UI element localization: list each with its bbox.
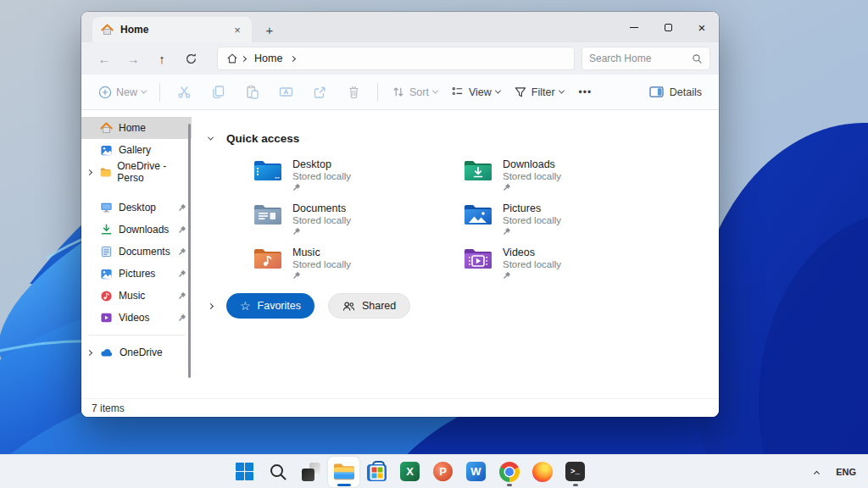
search-icon [692, 53, 703, 64]
sidebar-item-label: Gallery [119, 144, 151, 156]
word-button[interactable]: W [460, 457, 492, 487]
quick-access-item-documents[interactable]: Documents Stored locally [253, 202, 464, 237]
home-icon [100, 122, 113, 134]
section-pills: ☆ Favorites Shared [205, 293, 719, 319]
firefox-button[interactable] [526, 457, 558, 487]
copy-button[interactable] [201, 79, 235, 106]
view-icon [451, 86, 465, 98]
sidebar-scrollbar[interactable] [188, 124, 191, 378]
details-button[interactable]: Details [643, 80, 709, 103]
sidebar-item-onedrive[interactable]: OneDrive [81, 341, 192, 363]
onedrive-cloud-icon [100, 347, 114, 358]
quick-access-item-downloads[interactable]: Downloads Stored locally [464, 158, 674, 193]
taskbar-search-button[interactable] [262, 457, 293, 487]
start-button[interactable] [229, 457, 260, 487]
paste-button[interactable] [235, 79, 269, 106]
quick-access-item-videos[interactable]: Videos Stored locally [464, 247, 674, 281]
search-placeholder: Search Home [589, 53, 692, 64]
sidebar-item-pictures[interactable]: Pictures [81, 263, 192, 285]
sidebar-item-label: Documents [119, 246, 170, 258]
desktop: Home × + × ← → ↑ [0, 0, 868, 488]
breadcrumb-home[interactable]: Home [249, 53, 287, 64]
language-indicator[interactable]: ENG [836, 467, 856, 477]
tab-home[interactable]: Home × [92, 17, 252, 42]
sidebar-item-music[interactable]: Music [81, 285, 192, 307]
sort-label: Sort [409, 86, 429, 98]
microsoft-store-icon [367, 464, 387, 481]
sidebar-item-downloads[interactable]: Downloads [81, 219, 192, 241]
expand-chevron-icon[interactable] [86, 349, 92, 355]
close-button[interactable]: × [685, 12, 719, 42]
show-hidden-icons-chevron[interactable] [814, 471, 820, 477]
share-icon [313, 85, 327, 99]
file-explorer-button[interactable] [328, 457, 359, 487]
chrome-button[interactable] [493, 457, 525, 487]
back-button[interactable]: ← [90, 46, 119, 71]
up-button[interactable]: ↑ [147, 46, 176, 71]
tab-title: Home [120, 24, 148, 36]
expand-chevron-icon[interactable] [208, 302, 214, 308]
tab-bar: Home × + × [81, 12, 719, 42]
item-name: Desktop [292, 158, 351, 170]
paste-icon [245, 85, 259, 99]
cut-icon [177, 85, 192, 99]
active-indicator [337, 484, 351, 486]
desktop-folder-icon [253, 158, 282, 182]
cut-button[interactable] [167, 79, 201, 106]
sidebar-item-onedrive-personal[interactable]: OneDrive - Perso [81, 161, 192, 183]
quick-access-item-music[interactable]: Music Stored locally [253, 247, 464, 281]
quick-access-header[interactable]: Quick access [205, 132, 719, 145]
shared-pill[interactable]: Shared [328, 293, 410, 319]
terminal-button[interactable]: >_ [559, 457, 591, 487]
quick-access-item-pictures[interactable]: Pictures Stored locally [464, 202, 674, 237]
collapse-chevron-icon[interactable] [208, 135, 214, 141]
expand-chevron-icon[interactable] [86, 169, 92, 175]
favorites-pill[interactable]: ☆ Favorites [226, 293, 314, 319]
sidebar-divider [88, 335, 185, 336]
maximize-icon [665, 24, 672, 31]
more-options-button[interactable]: ••• [570, 86, 601, 98]
powerpoint-button[interactable]: P [427, 457, 459, 487]
task-view-button[interactable] [295, 457, 326, 487]
terminal-icon: >_ [565, 462, 585, 481]
star-icon: ☆ [240, 300, 251, 312]
maximize-button[interactable] [651, 12, 685, 42]
search-box[interactable]: Search Home [581, 47, 710, 70]
share-button[interactable] [303, 79, 337, 106]
breadcrumb-chevron-icon[interactable] [290, 55, 296, 61]
rename-button[interactable] [269, 79, 303, 106]
excel-button[interactable]: X [394, 457, 426, 487]
item-subtitle: Stored locally [292, 171, 351, 181]
navigation-bar: ← → ↑ Home Search Home [81, 42, 719, 75]
new-button[interactable]: New [92, 80, 153, 104]
refresh-button[interactable] [176, 46, 205, 71]
sidebar-item-label: Downloads [119, 224, 169, 236]
filter-button[interactable]: Filter [507, 80, 570, 103]
quick-access-item-desktop[interactable]: Desktop Stored locally [253, 158, 464, 193]
address-bar[interactable]: Home [217, 47, 575, 70]
sidebar-item-videos[interactable]: Videos [81, 307, 192, 329]
sidebar-item-desktop[interactable]: Desktop [81, 197, 192, 219]
sidebar-item-documents[interactable]: Documents [81, 241, 192, 263]
minimize-icon [630, 27, 638, 28]
filter-label: Filter [531, 86, 555, 98]
refresh-icon [185, 53, 198, 65]
sort-button[interactable]: Sort [385, 80, 444, 103]
microsoft-store-button[interactable] [361, 457, 392, 487]
item-subtitle: Stored locally [503, 215, 561, 225]
pin-icon [178, 269, 186, 278]
new-tab-button[interactable]: + [259, 19, 281, 41]
forward-button[interactable]: → [119, 46, 147, 71]
minimize-button[interactable] [617, 12, 651, 42]
chevron-down-icon [559, 88, 565, 94]
sidebar-item-gallery[interactable]: Gallery [81, 139, 192, 161]
view-button[interactable]: View [444, 80, 507, 103]
documents-icon [100, 246, 113, 258]
tab-close-button[interactable]: × [230, 22, 245, 37]
sidebar-item-home[interactable]: Home [81, 117, 192, 139]
delete-button[interactable] [337, 79, 370, 106]
quick-access-grid: Desktop Stored locally [205, 158, 719, 281]
videos-folder-icon [464, 247, 492, 270]
breadcrumb-chevron-icon [241, 55, 247, 61]
item-subtitle: Stored locally [503, 171, 561, 181]
